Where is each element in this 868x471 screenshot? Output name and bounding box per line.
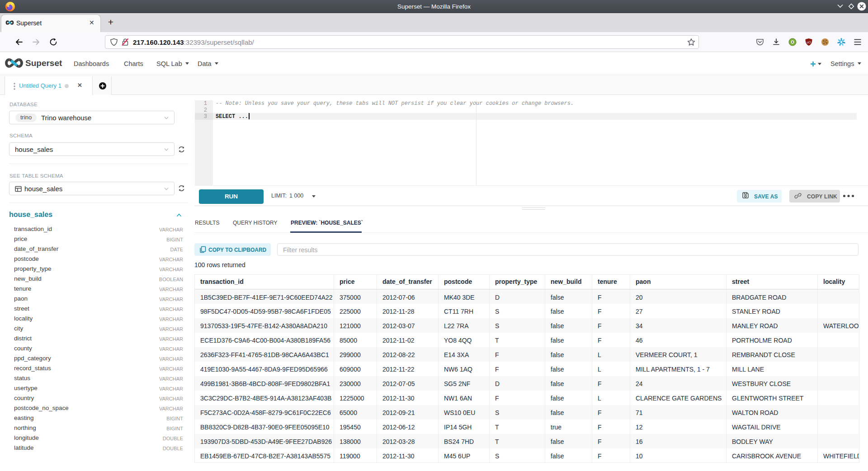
svg-text:uO: uO bbox=[807, 41, 811, 44]
